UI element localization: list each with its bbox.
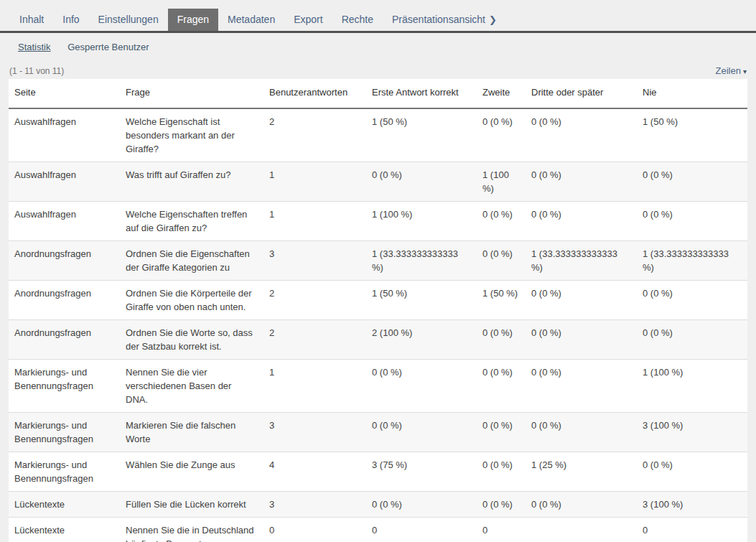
column-header-nie: Nie xyxy=(637,79,747,108)
table-cell: 1 xyxy=(263,360,366,413)
table-cell: 0 (0 %) xyxy=(637,281,747,320)
table-cell: 0 (0 %) xyxy=(526,162,637,202)
table-cell: 2 xyxy=(263,281,366,320)
tab-rechte[interactable]: Rechte xyxy=(332,9,383,31)
table-cell: 1 (100 %) xyxy=(637,360,747,413)
table-cell: Auswahlfragen xyxy=(9,162,120,202)
table-cell: Was trifft auf Giraffen zu? xyxy=(120,162,263,202)
table-cell: Auswahlfragen xyxy=(9,202,120,241)
table-cell: 0 xyxy=(477,518,526,542)
table-cell: 1 xyxy=(263,162,366,202)
table-cell: 1 (50 %) xyxy=(366,108,477,162)
table-cell: 0 (0 %) xyxy=(526,320,637,360)
table-cell: 0 (0 %) xyxy=(526,360,637,413)
table-cell: Wählen Sie die Zunge aus xyxy=(120,452,263,492)
table-cell: 0 (0 %) xyxy=(637,320,747,360)
tab-praesentationsansicht[interactable]: Präsentationsansicht❯ xyxy=(383,9,506,31)
table-cell: 1 (33.333333333333 %) xyxy=(637,241,747,281)
table-cell: Ordnen Sie die Körperteile der Giraffe v… xyxy=(120,281,263,320)
rows-dropdown[interactable]: Zeilen▾ xyxy=(716,65,747,76)
tab-metadaten[interactable]: Metadaten xyxy=(218,9,284,31)
table-cell: 3 xyxy=(263,413,366,452)
table-header: Seite Frage Benutzerantworten Erste Antw… xyxy=(9,79,747,108)
tab-inhalt[interactable]: Inhalt xyxy=(10,9,53,31)
table-cell: 3 (100 %) xyxy=(637,413,747,452)
table-body: AuswahlfragenWelche Eigenschaft ist beso… xyxy=(9,108,747,542)
table-cell: Anordnungsfragen xyxy=(9,241,120,281)
table-row: Markierungs- und BenennungsfragenMarkier… xyxy=(9,413,747,452)
table-cell: 1 (50 %) xyxy=(366,281,477,320)
table-row: AuswahlfragenWelche Eigenschaft ist beso… xyxy=(9,108,747,162)
column-header-seite: Seite xyxy=(9,79,120,108)
table-cell: 0 (0 %) xyxy=(477,108,526,162)
table-cell: 0 (0 %) xyxy=(366,492,477,518)
table-row: LückentexteNennen Sie die in Deutschland… xyxy=(9,518,747,542)
table-row: AuswahlfragenWas trifft auf Giraffen zu?… xyxy=(9,162,747,202)
table-cell: Markieren Sie die falschen Worte xyxy=(120,413,263,452)
table-row: AnordnungsfragenOrdnen Sie die Worte so,… xyxy=(9,320,747,360)
table-cell: Markierungs- und Benennungsfragen xyxy=(9,360,120,413)
tab-einstellungen[interactable]: Einstellungen xyxy=(89,9,168,31)
table-cell: 0 (0 %) xyxy=(366,413,477,452)
table-cell: 2 xyxy=(263,108,366,162)
tab-info[interactable]: Info xyxy=(53,9,88,31)
table-cell: Anordnungsfragen xyxy=(9,320,120,360)
table-row: Markierungs- und BenennungsfragenNennen … xyxy=(9,360,747,413)
table-cell: Nennen Sie die vier verschiedenen Basen … xyxy=(120,360,263,413)
table-cell: Anordnungsfragen xyxy=(9,281,120,320)
table-row: AuswahlfragenWelche Eigenschaften treffe… xyxy=(9,202,747,241)
table-cell: Lückentexte xyxy=(9,518,120,542)
table-cell: 1 (33.333333333333 %) xyxy=(526,241,637,281)
table-cell: 0 xyxy=(366,518,477,542)
table-cell: Lückentexte xyxy=(9,492,120,518)
table-cell: 1 (50 %) xyxy=(637,108,747,162)
table-cell: Markierungs- und Benennungsfragen xyxy=(9,452,120,492)
chevron-down-icon: ▾ xyxy=(743,67,747,75)
rows-dropdown-label: Zeilen xyxy=(716,65,741,76)
table-cell: 0 (0 %) xyxy=(637,202,747,241)
table-cell: 1 (33.333333333333 %) xyxy=(366,241,477,281)
table-row: AnordnungsfragenOrdnen Sie die Körpertei… xyxy=(9,281,747,320)
table-cell: 1 (100 %) xyxy=(366,202,477,241)
table-cell: 1 xyxy=(263,202,366,241)
table-row: AnordnungsfragenOrdnen Sie die Eigenscha… xyxy=(9,241,747,281)
sub-tab-bar: Statistik Gesperrte Benutzer xyxy=(0,33,756,57)
table-cell: 0 (0 %) xyxy=(477,413,526,452)
table-cell: 0 (0 %) xyxy=(637,452,747,492)
subtab-statistik[interactable]: Statistik xyxy=(18,42,51,52)
table-cell: 3 (75 %) xyxy=(366,452,477,492)
table-cell: 0 (0 %) xyxy=(526,108,637,162)
table-cell: 0 xyxy=(637,518,747,542)
table-cell: 0 (0 %) xyxy=(477,320,526,360)
table-row: Markierungs- und BenennungsfragenWählen … xyxy=(9,452,747,492)
column-header-zweite: Zweite xyxy=(477,79,526,108)
table-cell: 4 xyxy=(263,452,366,492)
table-cell: 2 (100 %) xyxy=(366,320,477,360)
table-row: LückentexteFüllen Sie die Lücken korrekt… xyxy=(9,492,747,518)
table-cell: 0 (0 %) xyxy=(526,413,637,452)
column-header-erste-antwort-korrekt: Erste Antwort korrekt xyxy=(366,79,477,108)
table-cell: Welche Eigenschaft ist besonders markant… xyxy=(120,108,263,162)
table-cell: 0 (0 %) xyxy=(366,162,477,202)
statistics-table-container: Seite Frage Benutzerantworten Erste Antw… xyxy=(9,79,747,542)
statistics-table: Seite Frage Benutzerantworten Erste Antw… xyxy=(9,79,747,542)
tab-fragen[interactable]: Fragen xyxy=(168,9,218,31)
table-cell: 1 (100 %) xyxy=(477,162,526,202)
column-header-frage: Frage xyxy=(120,79,263,108)
table-cell: 0 (0 %) xyxy=(366,360,477,413)
table-cell: 1 (25 %) xyxy=(526,452,637,492)
table-cell: Welche Eigenschaften treffen auf die Gir… xyxy=(120,202,263,241)
table-cell: 0 (0 %) xyxy=(477,492,526,518)
table-toolbar: (1 - 11 von 11) Zeilen▾ xyxy=(0,57,756,79)
table-cell: 3 (100 %) xyxy=(637,492,747,518)
tab-export[interactable]: Export xyxy=(284,9,332,31)
table-cell: 0 (0 %) xyxy=(526,202,637,241)
table-cell: 0 (0 %) xyxy=(477,202,526,241)
table-cell: Ordnen Sie die Worte so, dass der Satzba… xyxy=(120,320,263,360)
chevron-right-icon: ❯ xyxy=(489,14,497,25)
table-cell: 0 (0 %) xyxy=(526,281,637,320)
column-header-dritte-oder-spaeter: Dritte oder später xyxy=(526,79,637,108)
subtab-gesperrte-benutzer[interactable]: Gesperrte Benutzer xyxy=(67,42,149,52)
table-cell: 1 (50 %) xyxy=(477,281,526,320)
table-cell: 2 xyxy=(263,320,366,360)
